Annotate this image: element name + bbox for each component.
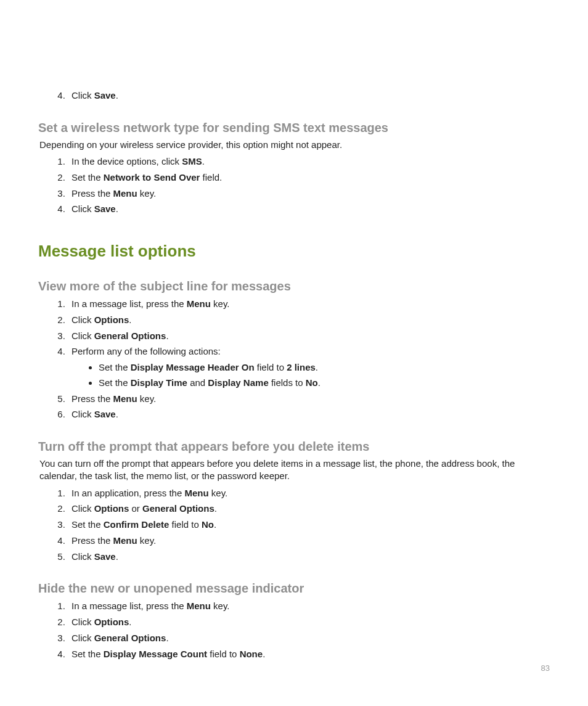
step-text: .	[316, 362, 318, 372]
list-item: Set the Confirm Delete field to No.	[68, 518, 550, 532]
step-bold: Confirm Delete	[104, 519, 169, 530]
list-item: Press the Menu key.	[68, 187, 550, 200]
step-bold: General Options	[142, 503, 214, 514]
step-text: .	[116, 90, 118, 101]
bullet-list: Set the Display Message Header On field …	[71, 361, 550, 390]
step-bold: Menu	[187, 601, 211, 611]
list-item: Press the Menu key.	[68, 392, 550, 406]
step-text: field to	[169, 519, 202, 530]
step-text: .	[116, 409, 118, 419]
step-text: key.	[137, 535, 157, 546]
step-bold: Save	[94, 90, 116, 101]
step-text: .	[129, 314, 131, 325]
page-number: 83	[541, 663, 550, 673]
step-bold: SMS	[182, 156, 202, 166]
step-text: field.	[200, 172, 222, 183]
list-item: Perform any of the following actions:Set…	[68, 345, 550, 389]
step-bold: Options	[94, 617, 129, 627]
step-text: Perform any of the following actions:	[71, 346, 221, 356]
list-item: In an application, press the Menu key.	[68, 486, 550, 500]
step-text: In an application, press the	[71, 488, 184, 498]
step-bold: Options	[94, 503, 129, 514]
heading-hide-indicator: Hide the new or unopened message indicat…	[38, 581, 550, 596]
step-text: Press the	[71, 188, 113, 199]
step-text: field to	[207, 649, 240, 659]
step-bold: Display Message Count	[104, 649, 207, 659]
heading-turn-off-prompt: Turn off the prompt that appears before …	[38, 440, 550, 454]
list-item: Click General Options.	[68, 631, 550, 645]
step-text: Click	[71, 90, 94, 101]
step-text: .	[129, 617, 131, 627]
step-bold: Menu	[113, 393, 137, 404]
list-item: Set the Display Message Count field to N…	[68, 647, 550, 661]
list-item: Set the Display Message Header On field …	[99, 361, 550, 374]
step-text: In the device options, click	[71, 156, 182, 166]
step-text: Press the	[71, 535, 113, 546]
list-item: Click Options.	[68, 313, 550, 327]
step-text: Click	[71, 314, 94, 325]
step-text: Click	[71, 633, 94, 643]
step-bold: General Options	[94, 330, 166, 341]
step-text: Click	[71, 617, 94, 627]
heading-set-wireless-network: Set a wireless network type for sending …	[38, 121, 550, 135]
lead-paragraph: Depending on your wireless service provi…	[39, 139, 550, 151]
step-text: Set the	[71, 519, 104, 530]
step-text: Press the	[71, 393, 113, 404]
step-text: Click	[71, 330, 94, 341]
document-page: Click Save. Set a wireless network type …	[0, 0, 588, 660]
step-text: key.	[211, 298, 230, 309]
list-item: Click Save.	[68, 89, 550, 102]
step-bold: Menu	[187, 298, 211, 309]
step-text: In a message list, press the	[71, 601, 187, 611]
step-text: fields to	[269, 377, 306, 388]
step-text: and	[187, 377, 208, 388]
list-item: Press the Menu key.	[68, 534, 550, 548]
lead-paragraph: You can turn off the prompt that appears…	[39, 458, 550, 483]
list-item: Click Options.	[68, 615, 550, 629]
list-item: In a message list, press the Menu key.	[68, 599, 550, 613]
step-bold: Display Time	[131, 377, 187, 388]
step-text: Set the	[99, 362, 131, 372]
step-bold: General Options	[94, 633, 166, 643]
step-text: .	[116, 551, 118, 562]
heading-message-list-options: Message list options	[38, 242, 550, 261]
step-text: Click	[71, 203, 94, 214]
step-text: Click	[71, 503, 94, 514]
step-bold: Menu	[184, 488, 208, 498]
step-text: Click	[71, 551, 94, 562]
heading-view-more-subject: View more of the subject line for messag…	[38, 279, 550, 293]
step-text: Set the	[99, 377, 131, 388]
step-bold: Network to Send Over	[104, 172, 200, 183]
step-bold: No	[306, 377, 318, 388]
step-text: .	[214, 503, 217, 514]
steps-list: In a message list, press the Menu key.Cl…	[38, 599, 550, 660]
list-item: Click Save.	[68, 550, 550, 564]
step-bold: Save	[94, 409, 116, 419]
step-text: Set the	[71, 649, 104, 659]
step-bold: Menu	[113, 535, 137, 546]
step-text: .	[116, 203, 118, 214]
list-item: Set the Display Time and Display Name fi…	[99, 376, 550, 390]
list-item: Click General Options.	[68, 329, 550, 343]
step-text: .	[202, 156, 205, 166]
step-text: key.	[211, 601, 230, 611]
list-item: Set the Network to Send Over field.	[68, 171, 550, 184]
step-text: In a message list, press the	[71, 298, 187, 309]
step-text: .	[166, 633, 168, 643]
step-bold: 2 lines	[287, 362, 316, 372]
intro-step-list: Click Save.	[38, 89, 550, 102]
step-bold: None	[240, 649, 263, 659]
steps-list: In an application, press the Menu key.Cl…	[38, 486, 550, 564]
step-text: key.	[137, 393, 157, 404]
step-text: .	[166, 330, 168, 341]
step-text: field to	[255, 362, 287, 372]
list-item: Click Save.	[68, 202, 550, 216]
step-text: .	[318, 377, 321, 388]
step-bold: Options	[94, 314, 129, 325]
step-bold: No	[202, 519, 214, 530]
step-bold: Save	[94, 203, 116, 214]
step-text: key.	[137, 188, 157, 199]
step-bold: Menu	[113, 188, 137, 199]
list-item: In a message list, press the Menu key.	[68, 297, 550, 311]
step-text: key.	[209, 488, 228, 498]
